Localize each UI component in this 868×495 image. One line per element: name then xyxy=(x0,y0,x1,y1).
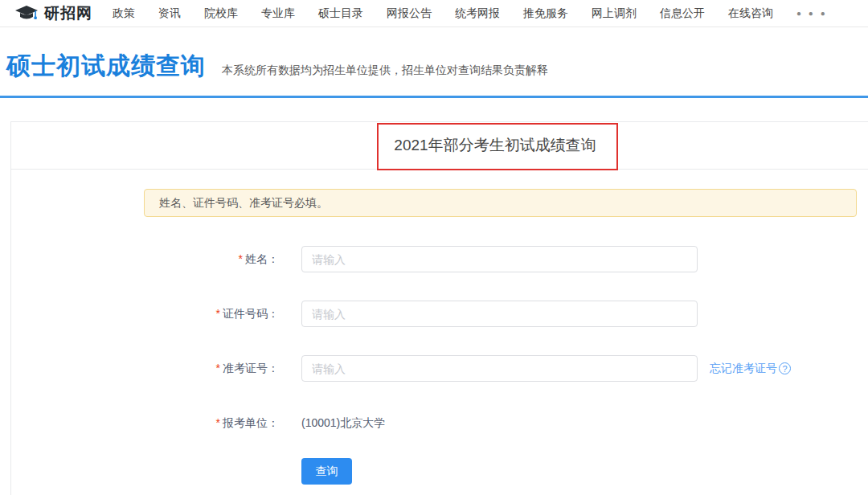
admission-ticket-label: *准考证号： xyxy=(11,362,301,376)
page-title: 硕士初试成绩查询 xyxy=(6,50,206,83)
score-query-card: 2021年部分考生初试成绩查询 姓名、证件号码、准考证号必填。 *姓名： *证件… xyxy=(10,121,868,495)
name-input[interactable] xyxy=(301,246,698,272)
query-button[interactable]: 查询 xyxy=(301,458,352,485)
name-label: *姓名： xyxy=(11,252,301,267)
form-row-name: *姓名： xyxy=(11,246,868,272)
nav-item-college-library[interactable]: 院校库 xyxy=(204,6,238,21)
nav-item-online-report-notice[interactable]: 网报公告 xyxy=(387,6,432,21)
form-row-admission-ticket: *准考证号： 忘记准考证号 ? xyxy=(11,355,868,382)
blue-divider xyxy=(0,96,868,98)
admission-ticket-input[interactable] xyxy=(301,355,698,382)
card-header: 2021年部分考生初试成绩查询 xyxy=(11,122,868,170)
logo-text: 研招网 xyxy=(44,3,92,24)
nav-item-master-catalog[interactable]: 硕士目录 xyxy=(318,6,363,21)
id-number-label: *证件号码： xyxy=(11,307,301,321)
required-asterisk: * xyxy=(216,362,220,374)
nav-item-online-consult[interactable]: 在线咨询 xyxy=(728,6,773,21)
top-navigation: 研招网 政策 资讯 院校库 专业库 硕士目录 网报公告 统考网报 推免服务 网上… xyxy=(0,0,868,27)
card-title: 2021年部分考生初试成绩查询 xyxy=(394,135,596,156)
nav-item-major-library[interactable]: 专业库 xyxy=(261,6,295,21)
required-asterisk: * xyxy=(216,416,220,429)
nav-item-unified-exam-report[interactable]: 统考网报 xyxy=(455,6,500,21)
nav-item-exemption-service[interactable]: 推免服务 xyxy=(523,6,568,21)
target-unit-label: *报考单位： xyxy=(11,416,301,431)
form-row-id-number: *证件号码： xyxy=(11,301,868,327)
target-unit-value: (10001)北京大学 xyxy=(301,416,385,431)
required-fields-notice: 姓名、证件号码、准考证号必填。 xyxy=(144,189,857,217)
nav-item-online-adjustment[interactable]: 网上调剂 xyxy=(592,6,637,21)
nav-item-info-disclosure[interactable]: 信息公开 xyxy=(660,6,705,21)
required-asterisk: * xyxy=(216,307,220,320)
nav-menu: 政策 资讯 院校库 专业库 硕士目录 网报公告 统考网报 推免服务 网上调剂 信… xyxy=(113,6,828,21)
id-number-input[interactable] xyxy=(301,301,698,327)
graduation-cap-icon xyxy=(14,5,39,22)
forgot-ticket-link[interactable]: 忘记准考证号 ? xyxy=(710,362,791,376)
required-asterisk: * xyxy=(239,252,243,265)
query-form: *姓名： *证件号码： *准考证号： 忘记准考证号 ? *报考单位： (1 xyxy=(11,246,868,485)
nav-more-ellipsis-icon[interactable]: ● ● ● xyxy=(796,9,828,18)
form-row-target-unit: *报考单位： (10001)北京大学 xyxy=(11,410,868,436)
page-header: 硕士初试成绩查询 本系统所有数据均为招生单位提供，招生单位对查询结果负责解释 xyxy=(0,27,868,83)
nav-item-news[interactable]: 资讯 xyxy=(158,6,181,21)
page-subtitle: 本系统所有数据均为招生单位提供，招生单位对查询结果负责解释 xyxy=(222,63,548,78)
question-circle-icon: ? xyxy=(779,362,791,374)
site-logo[interactable]: 研招网 xyxy=(14,3,113,24)
nav-item-policy[interactable]: 政策 xyxy=(113,6,135,21)
